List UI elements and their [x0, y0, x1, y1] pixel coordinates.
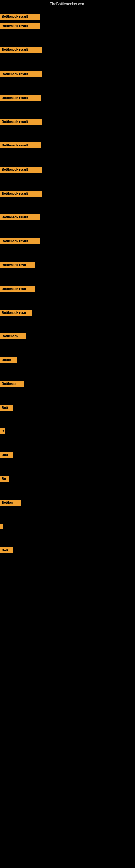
bottleneck-result-bar-10: Bottleneck result: [0, 214, 41, 220]
bottleneck-result-bar-20: Bott: [0, 452, 13, 458]
bottleneck-result-bar-2: Bottleneck result: [0, 23, 41, 29]
site-title: TheBottlenecker.com: [0, 0, 135, 8]
bottleneck-result-bar-11: Bottleneck result: [0, 238, 40, 244]
bottleneck-result-bar-24: Bott: [0, 547, 13, 553]
bottleneck-result-bar-18: Bott: [0, 405, 13, 411]
bottleneck-result-bar-14: Bottleneck resu: [0, 310, 32, 316]
bottleneck-result-bar-3: Bottleneck result: [0, 46, 42, 53]
bottleneck-result-bar-16: Bottle: [0, 357, 17, 363]
bottleneck-result-bar-22: Bottlen: [0, 500, 21, 506]
bottleneck-result-bar-9: Bottleneck result: [0, 191, 42, 197]
bottleneck-result-bar-7: Bottleneck result: [0, 143, 41, 148]
bottleneck-result-bar-23: |: [0, 524, 3, 529]
bottleneck-result-bar-5: Bottleneck result: [0, 95, 41, 101]
bottleneck-result-bar-12: Bottleneck resu: [0, 262, 35, 268]
bottleneck-result-bar-6: Bottleneck result: [0, 119, 42, 125]
bottleneck-result-bar-8: Bottleneck result: [0, 166, 42, 173]
bottleneck-result-bar-15: Bottleneck: [0, 333, 26, 339]
bottleneck-result-bar-19: B: [0, 428, 5, 434]
bottleneck-result-bar-4: Bottleneck result: [0, 71, 42, 77]
bottleneck-result-bar-13: Bottleneck resu: [0, 286, 35, 292]
bottleneck-result-bar-21: Bo: [0, 476, 9, 482]
bottleneck-result-bar-1: Bottleneck result: [0, 13, 41, 20]
bottleneck-result-bar-17: Bottlenec: [0, 381, 24, 387]
